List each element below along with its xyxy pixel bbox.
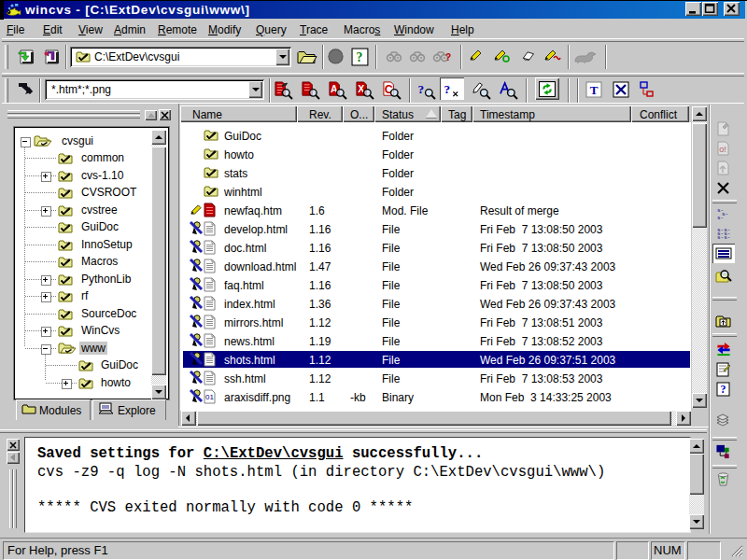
svg-text:?: ? (445, 52, 451, 63)
svg-text:?: ? (444, 82, 450, 96)
svg-text:?: ? (357, 50, 363, 64)
svg-text:s-s-: s-s- (717, 234, 730, 241)
svg-text:?: ? (721, 383, 726, 396)
svg-text:o!: o! (719, 145, 726, 154)
svg-text:s-: s- (717, 215, 724, 221)
svg-text:?: ? (417, 82, 424, 96)
svg-text:01: 01 (205, 393, 214, 401)
svg-text:T: T (590, 83, 599, 97)
